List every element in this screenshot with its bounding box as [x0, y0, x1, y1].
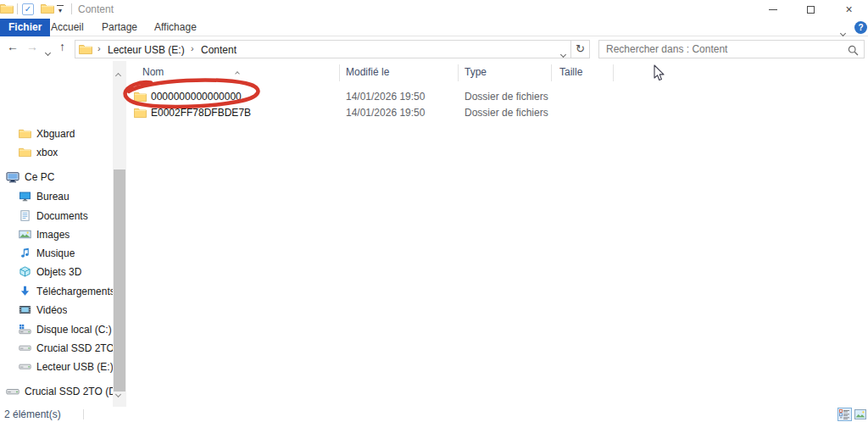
computer-icon [6, 171, 19, 183]
help-icon[interactable]: ? [854, 21, 867, 34]
sidebar-item-ce-pc[interactable]: Ce PC [0, 168, 113, 186]
drive-icon [19, 361, 31, 372]
column-header-type[interactable]: Type [465, 66, 487, 78]
maximize-button[interactable] [792, 0, 830, 19]
document-icon [19, 210, 31, 221]
sidebar-item-lecteur-usb-e[interactable]: Lecteur USB (E:) [0, 358, 113, 375]
quick-access-customize-dropdown[interactable]: ▾ [56, 2, 64, 14]
minimize-button[interactable] [754, 0, 792, 19]
tab-accueil[interactable]: Accueil [42, 19, 92, 36]
sidebar-item-bureau[interactable]: Bureau [0, 187, 113, 205]
recent-locations-chevron-icon[interactable] [46, 44, 50, 58]
address-dropdown-chevron-icon[interactable] [561, 47, 565, 59]
sidebar-item-musique[interactable]: Musique [0, 244, 113, 262]
breadcrumb-chevron-icon: › [191, 43, 194, 53]
refresh-button[interactable]: ↻ [571, 40, 590, 58]
forward-button[interactable]: → [26, 40, 38, 53]
column-header-nom[interactable]: Nom [142, 66, 164, 78]
quick-access-folder-icon[interactable] [41, 3, 54, 18]
file-type: Dossier de fichiers [465, 107, 548, 119]
file-modified: 14/01/2026 19:50 [346, 91, 425, 103]
cube-icon [19, 266, 31, 277]
column-header-modifie[interactable]: Modifié le [346, 66, 389, 78]
sidebar-item-telechargements[interactable]: Téléchargements [0, 282, 113, 300]
large-icons-view-button[interactable] [853, 408, 867, 421]
ribbon-tab-bar: Fichier Accueil Partage Affichage ? [0, 19, 868, 36]
tab-affichage[interactable]: Affichage [146, 19, 205, 36]
file-list-pane: Nom Modifié le Type Taille 0000000000000… [127, 61, 868, 407]
status-bar: 2 élément(s) [0, 407, 868, 422]
sidebar-item-xbguard[interactable]: Xbguard [0, 125, 113, 142]
music-icon [19, 247, 31, 258]
column-separator[interactable] [339, 64, 340, 81]
titlebar-separator [17, 3, 18, 14]
title-bar: ✓ ▾ Content × [0, 0, 868, 19]
sidebar-item-images[interactable]: Images [0, 225, 113, 243]
back-button[interactable]: ← [7, 40, 19, 53]
system-drive-icon [19, 324, 31, 335]
sidebar-item-xbox[interactable]: xbox [0, 143, 113, 161]
folder-icon [134, 91, 147, 106]
download-icon [19, 286, 31, 297]
close-button[interactable]: × [830, 0, 868, 19]
scroll-up-icon[interactable] [116, 66, 120, 81]
sidebar-item-objets-3d[interactable]: Objets 3D [0, 263, 113, 280]
file-row-1[interactable]: E0002FF78DFBDE7B 14/01/2026 19:50 Dossie… [127, 105, 746, 121]
file-modified: 14/01/2026 19:50 [346, 107, 425, 119]
file-row-0[interactable]: 0000000000000000 14/01/2026 19:50 Dossie… [127, 89, 746, 105]
video-icon [19, 304, 31, 315]
quick-access-check-icon[interactable]: ✓ [22, 3, 34, 15]
scrollbar-thumb[interactable] [114, 169, 125, 391]
breadcrumb-folder[interactable]: Content [201, 44, 236, 56]
folder-icon [134, 107, 147, 122]
folder-window-icon [0, 3, 14, 18]
sidebar-scrollbar[interactable] [113, 61, 126, 407]
status-separator [83, 409, 84, 419]
up-button[interactable]: ↑ [59, 40, 65, 53]
titlebar-separator [71, 3, 72, 14]
sidebar-item-videos[interactable]: Vidéos [0, 301, 113, 319]
address-bar[interactable]: › Lecteur USB (E:) › Content [75, 40, 571, 58]
sidebar-item-disque-local-c[interactable]: Disque local (C:) [0, 320, 113, 338]
item-count: 2 élément(s) [4, 408, 61, 420]
sidebar-item-crucial-ssd-root[interactable]: Crucial SSD 2TO (D:) [0, 382, 113, 400]
explorer-window: ✓ ▾ Content × Fichier Accueil Partage Af… [0, 0, 868, 422]
folder-icon [79, 43, 92, 58]
sort-ascending-icon [236, 64, 239, 79]
file-type: Dossier de fichiers [465, 91, 548, 103]
column-separator[interactable] [613, 64, 614, 81]
search-box [598, 40, 865, 58]
tab-partage[interactable]: Partage [93, 19, 146, 36]
scroll-down-icon[interactable] [116, 385, 120, 400]
folder-icon [19, 147, 31, 158]
drive-icon [6, 386, 19, 397]
breadcrumb-chevron-icon: › [97, 43, 101, 53]
drive-icon [19, 342, 31, 353]
file-name: 0000000000000000 [151, 91, 242, 103]
column-separator[interactable] [458, 64, 459, 81]
file-name: E0002FF78DFBDE7B [151, 107, 251, 119]
window-title: Content [78, 3, 114, 15]
column-separator[interactable] [551, 64, 552, 81]
search-input[interactable] [599, 41, 864, 58]
details-view-button[interactable] [837, 408, 852, 421]
search-icon [848, 44, 859, 59]
column-header-taille[interactable]: Taille [559, 66, 582, 78]
breadcrumb-drive[interactable]: Lecteur USB (E:) [108, 44, 185, 56]
picture-icon [19, 229, 31, 240]
sidebar-item-documents[interactable]: Documents [0, 207, 113, 225]
sidebar-item-crucial-ssd-d[interactable]: Crucial SSD 2TO (D: [0, 339, 113, 357]
navigation-pane: Xbguard xbox Ce PC Bureau Documents Imag… [0, 61, 113, 407]
folder-icon [19, 128, 31, 139]
desktop-icon [19, 191, 31, 202]
navigation-toolbar: ← → ↑ › Lecteur USB (E:) › Content ↻ [0, 36, 868, 61]
